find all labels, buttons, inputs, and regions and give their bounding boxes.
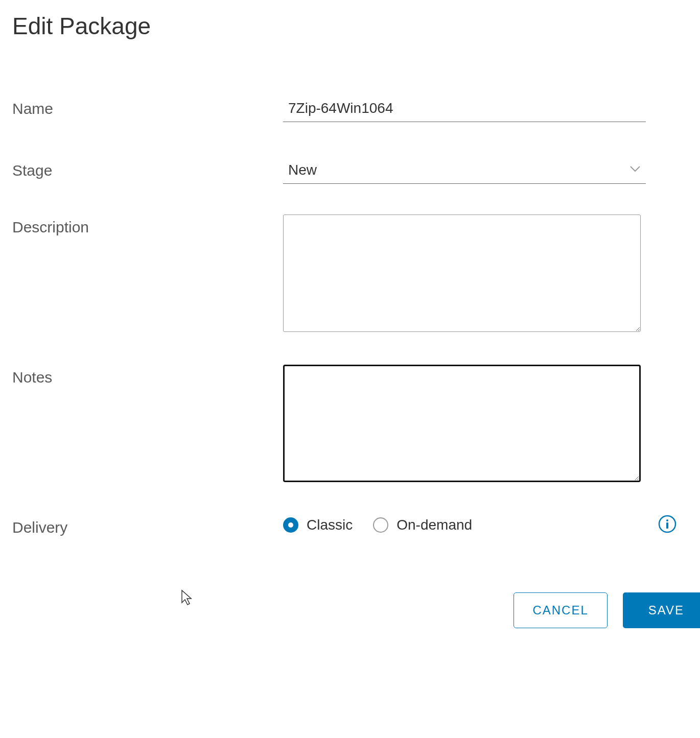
notes-label: Notes [12,365,283,386]
stage-row: Stage New [12,158,688,184]
chevron-down-icon [629,165,641,175]
name-input[interactable] [283,96,646,122]
stage-select[interactable]: New [283,158,646,184]
delivery-ondemand-label: On-demand [396,517,472,533]
radio-selected-icon [283,517,298,533]
info-icon[interactable] [658,515,676,535]
delivery-radio-ondemand[interactable]: On-demand [373,517,472,533]
stage-value: New [288,162,629,178]
notes-row: Notes [12,365,688,484]
delivery-classic-label: Classic [307,517,353,533]
stage-label: Stage [12,158,283,179]
button-row: CANCEL SAVE [12,592,700,628]
description-textarea[interactable] [283,215,641,332]
name-label: Name [12,96,283,117]
svg-rect-2 [666,522,668,529]
cancel-button[interactable]: CANCEL [514,592,607,628]
delivery-label: Delivery [12,515,283,536]
name-row: Name [12,96,688,122]
save-button[interactable]: SAVE [623,592,700,628]
description-label: Description [12,215,283,236]
delivery-radio-classic[interactable]: Classic [283,517,353,533]
page-title: Edit Package [12,12,688,40]
notes-textarea[interactable] [283,365,641,482]
svg-point-1 [666,519,668,521]
delivery-row: Delivery Classic On-demand [12,515,688,536]
description-row: Description [12,215,688,334]
radio-unselected-icon [373,517,388,533]
